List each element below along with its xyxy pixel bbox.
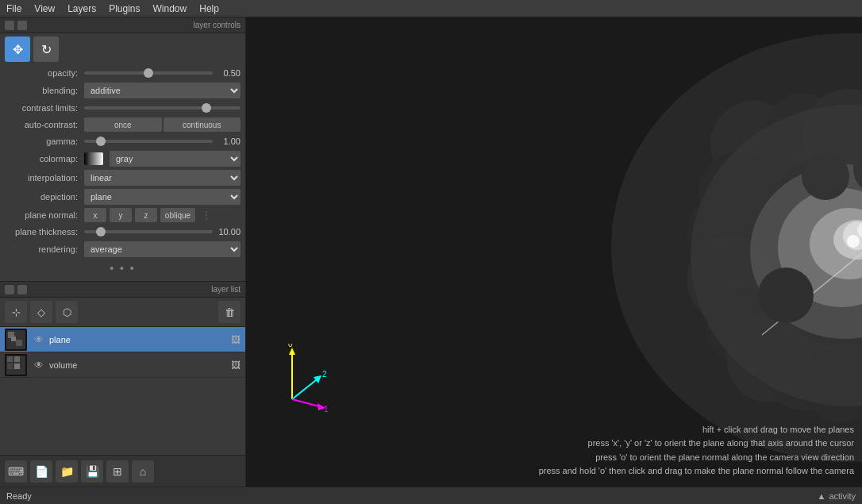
svg-line-53 — [292, 399, 322, 407]
grid-view-button[interactable]: ⊞ — [106, 460, 129, 483]
contrast-slider[interactable] — [84, 106, 241, 110]
menubar: File View Layers Plugins Window Help — [0, 0, 862, 17]
layer-list-pin-icon — [5, 285, 14, 294]
colormap-control: gray red green — [84, 151, 241, 167]
plane-thickness-control: 10.00 — [84, 227, 241, 237]
layer-visibility-volume[interactable]: 👁 — [32, 358, 46, 372]
plane-normal-x-button[interactable]: x — [84, 208, 106, 222]
auto-contrast-continuous-button[interactable]: continuous — [164, 117, 241, 132]
home-button[interactable]: ⌂ — [132, 460, 154, 483]
console-button[interactable]: ⌨ — [5, 460, 27, 483]
interpolation-label: interpolation: — [5, 173, 84, 183]
gamma-slider[interactable] — [84, 140, 213, 143]
interpolation-row: interpolation: linear nearest — [0, 168, 245, 187]
layer-list-header: layer list — [0, 282, 245, 298]
layer-item-volume[interactable]: 👁 volume 🖼 — [0, 352, 245, 378]
new-labels-button[interactable]: ⬡ — [56, 301, 78, 323]
depiction-row: depiction: plane volume — [0, 187, 245, 206]
layer-visibility-plane[interactable]: 👁 — [32, 333, 46, 347]
auto-contrast-once-button[interactable]: once — [84, 117, 162, 132]
plane-normal-label: plane normal: — [5, 210, 84, 220]
contrast-control — [84, 106, 241, 110]
rendering-dropdown[interactable]: average minimum maximum — [84, 241, 241, 257]
layer-actions-toolbar: ⊹ ◇ ⬡ 🗑 — [0, 298, 245, 327]
status-ready-text: Ready — [6, 491, 817, 501]
status-activity-label: activity — [829, 491, 856, 501]
script-editor-button[interactable]: 📄 — [30, 460, 52, 483]
colormap-dropdown[interactable]: gray red green — [110, 151, 241, 167]
svg-rect-4 — [11, 337, 16, 341]
svg-rect-8 — [14, 356, 20, 362]
delete-layer-button[interactable]: 🗑 — [218, 301, 241, 323]
layer-item-plane[interactable]: 👁 plane 🖼 — [0, 327, 245, 352]
svg-rect-3 — [16, 340, 22, 346]
new-points-button[interactable]: ⊹ — [5, 301, 27, 323]
move-tool-button[interactable]: ✥ — [5, 37, 30, 62]
gamma-label: gamma: — [5, 137, 84, 146]
open-folder-button[interactable]: 📁 — [56, 460, 78, 483]
plane-thickness-row: plane thickness: 10.00 — [0, 224, 245, 240]
svg-marker-51 — [314, 375, 321, 383]
axis-widget-svg: 0 2 1 — [268, 344, 340, 415]
svg-point-45 — [758, 267, 814, 323]
interpolation-dropdown[interactable]: linear nearest — [84, 170, 241, 186]
depiction-control: plane volume — [84, 189, 241, 205]
opacity-slider[interactable] — [84, 71, 213, 75]
plane-thickness-value: 10.00 — [213, 227, 241, 237]
plane-normal-z-button[interactable]: z — [135, 208, 157, 222]
auto-contrast-control: once continuous — [84, 117, 241, 132]
svg-text:0: 0 — [288, 344, 293, 348]
menu-view[interactable]: View — [28, 2, 61, 16]
layer-name-plane: plane — [49, 335, 231, 344]
gamma-slider-container — [84, 140, 213, 143]
rendering-control: average minimum maximum — [84, 241, 241, 257]
blending-row: blending: additive translucent opaque — [0, 81, 245, 100]
layer-controls-header: layer controls — [0, 17, 245, 33]
depiction-label: depiction: — [5, 192, 84, 202]
plane-normal-y-button[interactable]: y — [110, 208, 132, 222]
auto-contrast-label: auto-contrast: — [5, 120, 84, 129]
layer-controls-toolbar: ✥ ↻ — [0, 33, 245, 65]
gamma-value: 1.00 — [213, 137, 241, 146]
paint-tool-button[interactable]: ↻ — [33, 37, 59, 62]
more-options-dots[interactable]: • • • — [0, 259, 245, 278]
contrast-row: contrast limits: — [0, 100, 245, 116]
plane-normal-options-icon[interactable]: ⋮ — [198, 210, 214, 221]
menu-window[interactable]: Window — [147, 2, 194, 16]
opacity-value: 0.50 — [213, 68, 241, 78]
header-icons — [5, 21, 27, 30]
gamma-control: 1.00 — [84, 137, 241, 146]
layer-thumbnail-plane — [5, 329, 27, 351]
layer-list-section: layer list ⊹ ◇ ⬡ 🗑 — [0, 282, 245, 455]
auto-contrast-buttons: once continuous — [84, 117, 241, 132]
opacity-control: 0.50 — [84, 68, 241, 78]
menu-help[interactable]: Help — [193, 2, 225, 16]
visualization-svg — [246, 17, 862, 487]
svg-text:2: 2 — [322, 370, 327, 379]
plane-thumb-svg — [5, 329, 27, 351]
settings-icon — [17, 21, 27, 30]
status-activity-button[interactable]: ▲ activity — [817, 491, 856, 501]
layer-type-icon-volume: 🖼 — [231, 360, 241, 371]
svg-text:1: 1 — [324, 405, 329, 414]
svg-point-43 — [802, 152, 849, 200]
opacity-slider-container — [84, 71, 213, 75]
main-area: layer controls ✥ ↻ opacity: 0.50 blendi — [0, 17, 862, 487]
canvas-area[interactable]: 0 2 1 hift + click and drag to move the … — [246, 17, 862, 487]
layer-name-volume: volume — [49, 360, 231, 370]
auto-contrast-row: auto-contrast: once continuous — [0, 116, 245, 133]
plane-normal-oblique-button[interactable]: oblique — [160, 208, 195, 222]
new-shapes-button[interactable]: ◇ — [30, 301, 52, 323]
blending-dropdown[interactable]: additive translucent opaque — [84, 83, 241, 98]
menu-plugins[interactable]: Plugins — [102, 2, 146, 16]
interpolation-control: linear nearest — [84, 170, 241, 186]
colormap-row: colormap: gray red green — [0, 149, 245, 168]
svg-line-50 — [292, 377, 320, 399]
save-button[interactable]: 💾 — [81, 460, 103, 483]
menu-file[interactable]: File — [0, 2, 28, 16]
menu-layers[interactable]: Layers — [61, 2, 102, 16]
svg-marker-48 — [289, 348, 295, 355]
depiction-dropdown[interactable]: plane volume — [84, 189, 241, 205]
blending-label: blending: — [5, 86, 84, 95]
plane-thickness-slider[interactable] — [84, 230, 213, 233]
